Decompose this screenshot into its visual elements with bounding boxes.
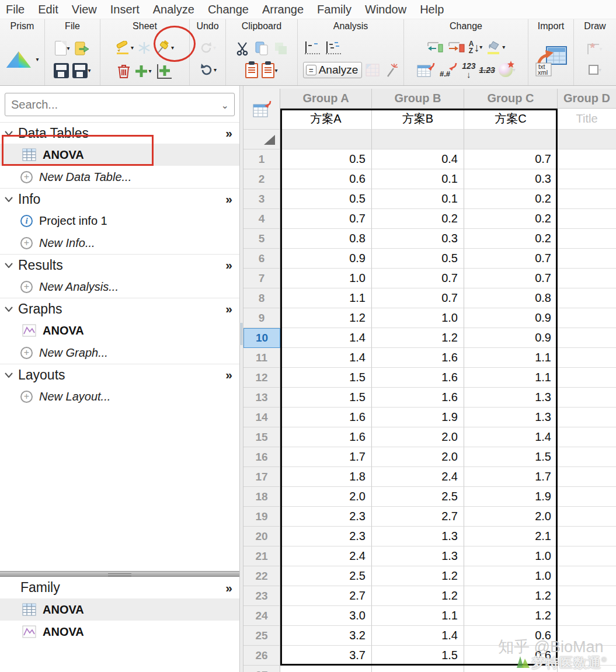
row-number[interactable]: 22 bbox=[243, 566, 280, 586]
menu-item[interactable]: Window bbox=[365, 3, 406, 16]
exclude-values-button[interactable] bbox=[416, 62, 435, 78]
row-number[interactable]: 19 bbox=[243, 507, 280, 527]
cell-group-d[interactable] bbox=[558, 408, 616, 427]
section-header-family[interactable]: Family » bbox=[0, 577, 239, 598]
wizard-button[interactable] bbox=[383, 62, 398, 78]
menu-item[interactable]: File bbox=[6, 3, 25, 16]
draw-annotation-button[interactable]: * ▾ bbox=[587, 44, 602, 54]
cell-group-d[interactable] bbox=[558, 527, 616, 546]
cell-group-c[interactable]: 0.9 bbox=[464, 328, 558, 348]
new-family-sheet-button[interactable] bbox=[155, 63, 173, 79]
row-number[interactable]: 6 bbox=[243, 249, 280, 269]
new-file-button[interactable]: ▾ bbox=[55, 41, 69, 55]
cell-group-a[interactable]: 2.3 bbox=[280, 527, 372, 546]
menu-item[interactable]: Family bbox=[317, 3, 351, 16]
menu-item[interactable]: Change bbox=[208, 3, 249, 16]
sidebar-item-project-info-1[interactable]: i Project info 1 bbox=[0, 210, 239, 232]
row-number[interactable]: 12 bbox=[243, 368, 280, 388]
family-splitter[interactable] bbox=[0, 571, 239, 577]
remove-decimals-button[interactable]: 1.23 bbox=[479, 66, 495, 74]
cell-group-c[interactable]: 1.3 bbox=[464, 408, 558, 427]
cell-group-a[interactable]: 0.8 bbox=[280, 229, 372, 249]
cell-group-a[interactable]: 1.8 bbox=[280, 467, 372, 487]
multiple-ttest-analysis-button[interactable] bbox=[325, 40, 342, 55]
cell-group-d[interactable] bbox=[558, 269, 616, 288]
cell-group-c[interactable]: 0.7 bbox=[464, 269, 558, 288]
cut-button[interactable] bbox=[235, 41, 250, 56]
cell-group-a[interactable]: 2.4 bbox=[280, 546, 372, 566]
cell-group-b[interactable]: 0.2 bbox=[372, 209, 464, 229]
section-header-results[interactable]: Results » bbox=[0, 254, 239, 276]
cell-group-a[interactable]: 1.7 bbox=[280, 447, 372, 467]
cell-group-c[interactable]: 0.8 bbox=[464, 288, 558, 308]
ttest-analysis-button[interactable] bbox=[304, 40, 321, 55]
cell-group-b[interactable]: 0.5 bbox=[372, 249, 464, 269]
column-header-group-b[interactable]: Group B bbox=[372, 89, 464, 109]
row-number[interactable]: 8 bbox=[243, 288, 280, 308]
cell-group-b[interactable]: 1.6 bbox=[372, 388, 464, 408]
cell-group-b[interactable]: 1.4 bbox=[372, 626, 464, 646]
column-header-group-d[interactable]: Group D bbox=[558, 89, 616, 109]
section-header-layouts[interactable]: Layouts » bbox=[0, 364, 239, 385]
row-number[interactable]: 27 bbox=[243, 666, 280, 672]
cell-group-a[interactable]: 2.5 bbox=[280, 566, 372, 586]
cell-group-d[interactable] bbox=[558, 348, 616, 368]
sidebar-item-new-info[interactable]: + New Info... bbox=[0, 232, 239, 254]
chevron-down-icon[interactable]: ⌄ bbox=[221, 100, 229, 111]
sort-button[interactable]: A Z ↓ ▾ bbox=[469, 40, 483, 54]
column-header-group-a[interactable]: Group A bbox=[280, 89, 372, 109]
cell-group-c[interactable]: 0.7 bbox=[464, 249, 558, 269]
expand-icon[interactable]: » bbox=[225, 368, 232, 382]
row-number[interactable]: 4 bbox=[243, 209, 280, 229]
cell-group-d[interactable] bbox=[558, 666, 616, 672]
row-number[interactable]: 26 bbox=[243, 646, 280, 666]
cell-group-c[interactable]: 1.4 bbox=[464, 427, 558, 447]
save-button[interactable] bbox=[54, 63, 69, 78]
cell-group-c[interactable]: 0.6 bbox=[464, 646, 558, 666]
column-title-a[interactable]: 方案A bbox=[280, 109, 372, 130]
cell-group-b[interactable]: 0.1 bbox=[372, 169, 464, 189]
cell-group-b[interactable]: 2.4 bbox=[372, 467, 464, 487]
delete-sheet-button[interactable] bbox=[117, 63, 131, 79]
column-title-c[interactable]: 方案C bbox=[464, 109, 558, 130]
row-number[interactable]: 3 bbox=[243, 189, 280, 209]
cell-group-c[interactable]: 1.0 bbox=[464, 546, 558, 566]
cell-group-a[interactable]: 1.4 bbox=[280, 328, 372, 348]
select-all-cell[interactable] bbox=[243, 130, 280, 149]
cell-group-b[interactable]: 1.0 bbox=[372, 308, 464, 328]
cell-group-b[interactable]: 0.1 bbox=[372, 189, 464, 209]
cell-group-d[interactable] bbox=[558, 229, 616, 249]
cell-group-d[interactable] bbox=[558, 427, 616, 447]
menu-item[interactable]: Analyze bbox=[153, 3, 194, 16]
cell-group-b[interactable]: 1.6 bbox=[372, 348, 464, 368]
menu-item[interactable]: View bbox=[72, 3, 97, 16]
cell-group-d[interactable] bbox=[558, 467, 616, 487]
cell-group-b[interactable]: 2.7 bbox=[372, 507, 464, 527]
cell-group-c[interactable]: 1.5 bbox=[464, 447, 558, 467]
paste-special-button[interactable] bbox=[273, 41, 288, 56]
cell-group-a[interactable]: 3.0 bbox=[280, 606, 372, 626]
cell-group-d[interactable] bbox=[558, 606, 616, 626]
cell-group-d[interactable] bbox=[558, 169, 616, 189]
cell-group-c[interactable]: 2.1 bbox=[464, 527, 558, 546]
cell-group-a[interactable]: 2.3 bbox=[280, 507, 372, 527]
cell-group-d[interactable] bbox=[558, 368, 616, 388]
cell-group-c[interactable]: 2.0 bbox=[464, 507, 558, 527]
sidebar-item-new-graph[interactable]: + New Graph... bbox=[0, 342, 239, 364]
column-title-d-placeholder[interactable]: Title bbox=[558, 109, 616, 130]
row-number[interactable]: 5 bbox=[243, 229, 280, 249]
row-number[interactable]: 1 bbox=[243, 149, 280, 169]
cell-group-a[interactable]: 3.7 bbox=[280, 646, 372, 666]
cell-group-b[interactable]: 1.6 bbox=[372, 368, 464, 388]
cell-group-c[interactable]: 1.9 bbox=[464, 487, 558, 507]
cell-group-b[interactable]: 1.3 bbox=[372, 527, 464, 546]
row-number[interactable]: 15 bbox=[243, 427, 280, 447]
cell-group-b[interactable]: 2.0 bbox=[372, 427, 464, 447]
row-number[interactable]: 20 bbox=[243, 527, 280, 546]
cell-group-c[interactable] bbox=[464, 666, 558, 672]
sidebar-item-anova-graph[interactable]: ANOVA bbox=[0, 319, 239, 342]
cell-group-b[interactable] bbox=[372, 666, 464, 672]
row-number[interactable]: 10 bbox=[243, 328, 280, 348]
color-scheme-button[interactable]: ▾ bbox=[499, 63, 516, 77]
column-header-group-c[interactable]: Group C bbox=[464, 89, 558, 109]
